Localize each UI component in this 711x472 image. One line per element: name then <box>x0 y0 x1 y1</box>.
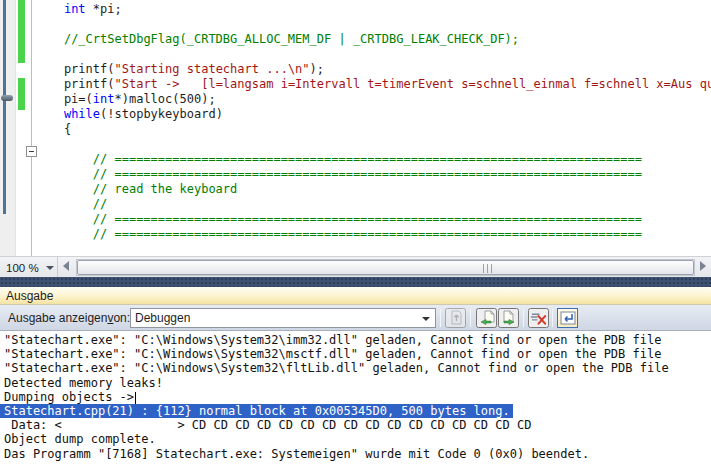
output-toolbar: Ausgabe anzeigen von: Debuggen <box>0 305 711 331</box>
toolbar-separator <box>523 309 524 327</box>
code-line[interactable]: printf("Start -> [l=langsam i=Intervall … <box>35 77 711 92</box>
scroll-right-arrow[interactable] <box>700 261 706 271</box>
toolbar-separator <box>470 309 471 327</box>
goto-source-button[interactable] <box>445 308 466 328</box>
code-line[interactable]: // =====================================… <box>35 227 711 242</box>
scrollbar-grip-icon <box>483 264 494 273</box>
change-tracking-bar <box>18 78 25 110</box>
output-line-selected[interactable]: Statechart.cpp(21) : {112} normal block … <box>4 404 711 418</box>
output-line[interactable]: "Statechart.exe": "C:\Windows\System32\i… <box>4 333 711 347</box>
change-tracking-bar <box>18 0 25 63</box>
code-line[interactable]: printf("Starting statechart ...\n"); <box>35 62 711 77</box>
code-line[interactable]: // =====================================… <box>35 167 711 182</box>
code-line[interactable] <box>35 17 711 32</box>
code-lines[interactable]: int *pi; //_CrtSetDbgFlag(_CRTDBG_ALLOC_… <box>35 2 711 242</box>
outlining-guide-line <box>31 0 32 256</box>
code-line[interactable] <box>35 137 711 152</box>
code-line[interactable]: pi=(int*)malloc(500); <box>35 92 711 107</box>
toolbar-separator <box>440 309 441 327</box>
output-source-combobox[interactable]: Debuggen <box>130 308 436 328</box>
code-line[interactable]: int *pi; <box>35 2 711 17</box>
pane-splitter[interactable] <box>0 277 711 287</box>
toolbar-separator <box>552 309 553 327</box>
text-caret <box>135 392 136 404</box>
code-line[interactable]: // =====================================… <box>35 152 711 167</box>
code-line[interactable]: // read the keyboard <box>35 182 711 197</box>
output-panel-title: Ausgabe <box>6 289 53 303</box>
output-line[interactable]: Object dump complete. <box>4 432 711 446</box>
code-line[interactable]: { <box>35 122 711 137</box>
output-line[interactable]: Detected memory leaks! <box>4 376 711 390</box>
show-output-from-label: Ausgabe anzeigen von: <box>8 305 130 330</box>
scroll-left-arrow[interactable] <box>63 261 69 271</box>
output-log[interactable]: "Statechart.exe": "C:\Windows\System32\i… <box>0 331 711 472</box>
code-line[interactable]: // =====================================… <box>35 212 711 227</box>
code-line[interactable]: while(!stopbykeyboard) <box>35 107 711 122</box>
chevron-down-icon <box>46 266 54 270</box>
horizontal-scrollbar[interactable] <box>76 259 695 276</box>
editor-scroll-row: 100 % <box>0 256 711 277</box>
code-editor[interactable]: int *pi; //_CrtSetDbgFlag(_CRTDBG_ALLOC_… <box>0 0 711 256</box>
vs-window: int *pi; //_CrtSetDbgFlag(_CRTDBG_ALLOC_… <box>0 0 711 472</box>
scrollbar-thumb[interactable] <box>77 260 694 275</box>
goto-source-icon <box>448 310 464 326</box>
previous-message-button[interactable] <box>476 308 497 328</box>
code-line[interactable]: //_CrtSetDbgFlag(_CRTDBG_ALLOC_MEM_DF | … <box>35 32 711 47</box>
chevron-down-icon <box>422 317 430 321</box>
margin-dash-marker <box>1 95 13 101</box>
output-line[interactable]: "Statechart.exe": "C:\Windows\System32\f… <box>4 361 711 375</box>
output-source-value: Debuggen <box>135 311 190 325</box>
output-line[interactable]: Data: < > CD CD CD CD CD CD CD CD CD CD … <box>4 418 711 432</box>
toggle-word-wrap-button[interactable] <box>557 308 578 328</box>
clear-all-button[interactable] <box>528 308 549 328</box>
output-panel-titlebar[interactable]: Ausgabe <box>0 287 711 305</box>
clear-all-icon <box>530 310 547 326</box>
code-line[interactable]: // <box>35 197 711 212</box>
code-line[interactable] <box>35 47 711 62</box>
next-message-icon <box>500 310 517 326</box>
word-wrap-icon <box>560 311 576 325</box>
output-line[interactable]: Das Programm "[7168] Statechart.exe: Sys… <box>4 447 711 461</box>
zoom-value: 100 % <box>6 262 39 274</box>
window-edge-strip <box>3 0 6 214</box>
output-line[interactable]: Dumping objects -> <box>4 390 711 404</box>
next-message-button[interactable] <box>498 308 519 328</box>
previous-message-icon <box>478 310 495 326</box>
output-line[interactable]: "Statechart.exe": "C:\Windows\System32\m… <box>4 347 711 361</box>
